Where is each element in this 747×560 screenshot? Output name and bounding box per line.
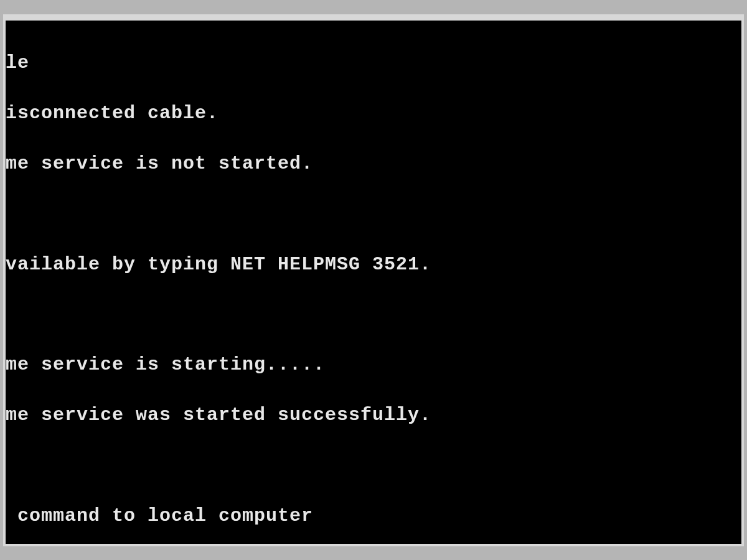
terminal-line: le xyxy=(6,50,741,76)
terminal-blank-line xyxy=(6,453,741,478)
terminal-line: isconnected cable. xyxy=(6,101,741,126)
terminal-line: me service is starting..... xyxy=(6,352,741,378)
terminal-window[interactable]: le isconnected cable. me service is not … xyxy=(3,14,744,546)
terminal-line: vailable by typing NET HELPMSG 3521. xyxy=(6,252,741,278)
terminal-line: me service is not started. xyxy=(6,151,741,177)
terminal-output: le isconnected cable. me service is not … xyxy=(6,21,741,546)
terminal-blank-line xyxy=(6,302,741,327)
terminal-line: command to local computer xyxy=(6,503,741,529)
terminal-line: me service was started successfully. xyxy=(6,403,741,428)
terminal-blank-line xyxy=(6,202,741,226)
